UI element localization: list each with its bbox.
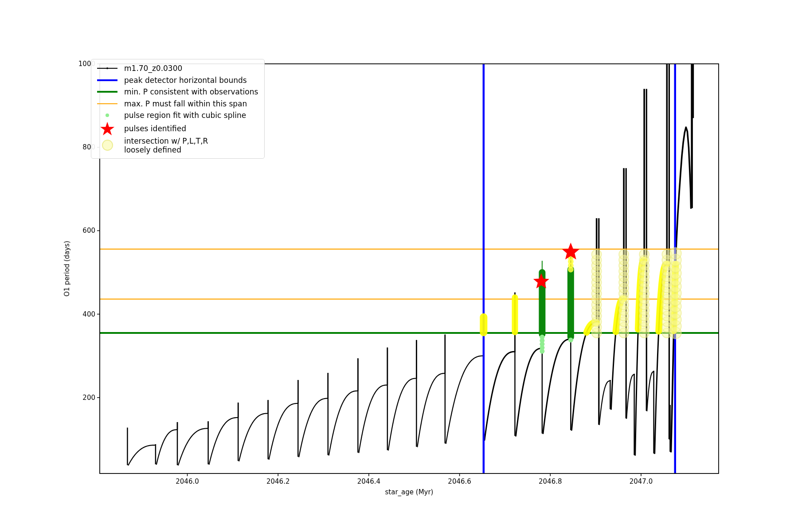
- legend-item-pulse-region: pulse region fit with cubic spline: [96, 110, 259, 121]
- legend-item-series: m1.70_z0.0300: [96, 63, 259, 74]
- legend-item-label: min. P consistent with observations: [124, 87, 258, 96]
- x-tick-label: 2046.2: [266, 477, 290, 485]
- y-tick-label: 200: [82, 394, 95, 402]
- legend-item-pulses-identified: ★ pulses identified: [96, 121, 259, 137]
- x-tick-label: 2046.6: [448, 477, 471, 485]
- legend-item-max-p: max. P must fall within this span: [96, 98, 259, 110]
- y-tick-label: 600: [82, 227, 95, 235]
- legend-item-intersection: intersection w/ P,L,T,R loosely defined: [96, 137, 259, 154]
- x-tick-label: 2046.4: [357, 477, 381, 485]
- legend: m1.70_z0.0300 peak detector horizontal b…: [91, 59, 265, 159]
- x-tick-label: 2046.8: [539, 477, 562, 485]
- legend-item-min-p: min. P consistent with observations: [96, 86, 259, 98]
- legend-item-label: pulses identified: [124, 124, 186, 133]
- red-star-icon: ★: [96, 121, 119, 137]
- x-axis-label: star_age (Myr): [385, 488, 434, 496]
- x-tick-label: 2046.0: [176, 477, 199, 485]
- green-line-icon: [96, 91, 119, 93]
- legend-item-label: peak detector horizontal bounds: [124, 76, 247, 85]
- y-tick-label: 400: [82, 310, 95, 318]
- legend-item-label: max. P must fall within this span: [124, 99, 247, 108]
- paleyellow-circle-icon: [96, 140, 119, 151]
- series-line-icon: [96, 68, 119, 69]
- legend-item-label: intersection w/ P,L,T,R loosely defined: [124, 137, 208, 154]
- blue-line-icon: [96, 79, 119, 82]
- figure: star_age (Myr) O1 period (days) 2046.020…: [0, 0, 798, 532]
- orange-line-icon: [96, 103, 119, 104]
- x-tick-label: 2047.0: [630, 477, 653, 485]
- y-axis-label: O1 period (days): [63, 241, 71, 297]
- legend-item-label: pulse region fit with cubic spline: [124, 111, 246, 120]
- legend-item-label: m1.70_z0.0300: [124, 64, 182, 73]
- lightgreen-dot-icon: [96, 113, 119, 117]
- legend-item-peak-bounds: peak detector horizontal bounds: [96, 74, 259, 86]
